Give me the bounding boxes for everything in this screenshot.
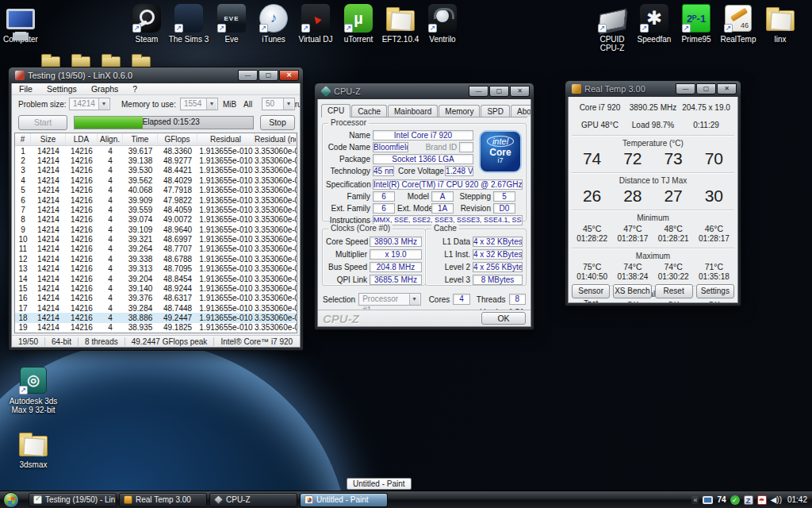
update-tray-icon[interactable]: ✓ <box>730 495 740 505</box>
desktop-icon-speedfan[interactable]: ✱↗Speedfan <box>631 3 677 44</box>
desktop-icon-steam[interactable]: ↗Steam <box>124 3 170 44</box>
tab-mainboard[interactable]: Mainboard <box>388 105 438 117</box>
desktop-icon-realtemp[interactable]: 46↗RealTemp <box>715 3 761 44</box>
zonealarm-tray-icon[interactable]: Z <box>744 495 753 505</box>
tab-cache[interactable]: Cache <box>351 105 387 117</box>
table-row[interactable]: 131421414216439.31348.70951.913655e-0103… <box>15 264 297 274</box>
menu-item-help[interactable]: ? <box>125 83 144 94</box>
avira-tray-icon[interactable]: ☂ <box>757 495 767 505</box>
taskbar: Testing (19/50) - Lin...Real Temp 3.00CP… <box>0 491 812 508</box>
taskbar-button-realtemp[interactable]: Real Temp 3.00 <box>119 493 207 507</box>
table-row[interactable]: 161421414216439.37648.63171.913655e-0103… <box>15 294 297 303</box>
table-cell: 14214 <box>31 215 66 224</box>
shortcut-arrow-icon: ↗ <box>132 24 141 33</box>
table-row[interactable]: 41421414216439.56248.40291.913655e-0103.… <box>15 175 297 185</box>
table-row[interactable]: 171421414216439.28448.74481.913655e-0103… <box>15 303 297 313</box>
menu-item-file[interactable]: File <box>12 83 40 94</box>
table-row[interactable]: 151421414216439.14048.92441.913655e-0103… <box>15 283 297 293</box>
desktop-icon-ventrilo[interactable]: ↗Ventrilo <box>419 3 465 44</box>
table-row[interactable]: 51421414216440.06847.79181.913655e-0103.… <box>15 186 297 195</box>
tray-clock[interactable]: 01:42 <box>787 495 807 504</box>
table-row[interactable]: 21421414216439.13848.92771.913655e-0103.… <box>15 156 297 165</box>
settings-button[interactable]: Settings <box>696 284 734 298</box>
table-row[interactable]: 91421414216439.10948.96401.913655e-0103.… <box>15 225 297 234</box>
taskbar-button-paint[interactable]: Untitled - Paint <box>300 493 388 507</box>
realtemp-titlebar[interactable]: Real Temp 3.00 — ▢ ✕ <box>568 81 738 97</box>
desktop-icon-autodesk-3ds-max[interactable]: ◎↗Autodesk 3ds Max 9 32-bit <box>4 365 63 414</box>
table-cell: 3.353060e-002 <box>255 147 297 156</box>
linx-titlebar[interactable]: Testing (19/50) - LinX 0.6.0 — ▢ ✕ <box>11 67 301 83</box>
problem-size-combo[interactable]: 14214 <box>69 98 110 110</box>
table-cell: 5 <box>15 186 31 194</box>
close-button[interactable]: ✕ <box>279 70 299 81</box>
table-cell: 1.913655e-010 <box>197 235 255 244</box>
menu-item-graphs[interactable]: Graphs <box>84 83 125 94</box>
table-row[interactable]: 181421414216438.88649.24471.913655e-0103… <box>15 313 297 322</box>
xs-bench-button[interactable]: XS Bench <box>613 284 651 298</box>
desktop-icon-the-sims-3[interactable]: ↗The Sims 3 <box>166 3 212 44</box>
maximize-button[interactable]: ▢ <box>489 86 509 97</box>
table-row[interactable]: 191421414216438.93549.18251.913655e-0103… <box>15 323 297 333</box>
desktop-icon-itunes[interactable]: ♪↗iTunes <box>251 3 297 44</box>
minimize-button[interactable]: — <box>676 83 695 94</box>
intel-core-i7-badge: intel Core i7 <box>479 130 522 173</box>
realtemp-tray-temp[interactable]: 74 <box>717 495 726 505</box>
start-button[interactable]: Start <box>18 115 67 130</box>
desktop-icon-computer[interactable]: Computer <box>0 3 44 44</box>
table-row[interactable]: 141421414216439.20448.84541.913655e-0103… <box>15 274 297 283</box>
desktop-icon-linx[interactable]: linx <box>757 3 803 44</box>
desktop-icon-eve[interactable]: EVE↗Eve <box>209 3 255 44</box>
display-tray-icon[interactable] <box>703 496 713 504</box>
minimize-button[interactable]: — <box>469 86 488 97</box>
eft2104-icon <box>385 3 416 33</box>
desktop-icon-cpuid-cpuz[interactable]: ↗CPUID CPU-Z <box>589 3 635 52</box>
table-row[interactable]: 11421414216439.61748.33601.913655e-0103.… <box>15 146 297 156</box>
clocks-group: Clocks (Core #0) Core Speed3890.3 MHzMul… <box>322 229 426 286</box>
maximize-button[interactable]: ▢ <box>696 83 716 94</box>
close-button[interactable]: ✕ <box>717 83 737 94</box>
value: 47°C <box>612 224 653 233</box>
desktop-icon-virtual-dj[interactable]: ▲↗Virtual DJ <box>293 3 339 44</box>
table-row[interactable]: 71421414216439.55948.40591.913655e-0103.… <box>15 205 297 214</box>
desktop-icon-prime95[interactable]: 2ᴾ-1↗Prime95 <box>673 3 719 44</box>
taskbar-button-cpuz[interactable]: CPU-Z <box>209 493 297 507</box>
minimize-button[interactable]: — <box>238 70 258 81</box>
selection-combo[interactable]: Processor #1 <box>358 293 420 306</box>
column-header: Align. <box>98 133 123 145</box>
memory-combo[interactable]: 1554 <box>180 98 218 110</box>
table-cell: 14216 <box>66 147 98 156</box>
tab-about[interactable]: About <box>511 105 531 117</box>
table-row[interactable]: 111421414216439.26448.77071.913655e-0103… <box>15 244 297 254</box>
tab-spd[interactable]: SPD <box>481 105 510 117</box>
menu-item-settings[interactable]: Settings <box>40 83 84 94</box>
memory-all[interactable]: All <box>243 100 252 109</box>
extmodel-label: Ext. Model <box>397 204 429 213</box>
table-row[interactable]: 81421414216439.07449.00721.913655e-0103.… <box>15 215 297 225</box>
sensor-test-button[interactable]: Sensor Test <box>572 284 610 298</box>
realtemp-info-row: Core i7 9203890.25 MHz204.75 x 19.0 <box>573 103 733 112</box>
start-button[interactable] <box>3 492 19 508</box>
taskbar-button-linx[interactable]: Testing (19/50) - Lin... <box>29 493 117 507</box>
desktop-icon-label: Steam <box>124 35 170 44</box>
ok-button[interactable]: OK <box>481 312 526 325</box>
desktop-icon-utorrent[interactable]: µ↗uTorrent <box>335 3 381 44</box>
table-row[interactable]: 101421414216439.32148.69971.913655e-0103… <box>15 234 297 244</box>
table-row[interactable]: 31421414216439.53048.44211.913655e-0103.… <box>15 166 297 175</box>
volume-tray-icon[interactable]: ◀)) <box>771 495 782 505</box>
desktop-icon-3dsmax[interactable]: 3dsmax <box>4 429 63 469</box>
stop-button[interactable]: Stop <box>260 115 295 130</box>
cpuz-titlebar[interactable]: CPU-Z — ▢ ✕ <box>317 83 531 99</box>
maximize-button[interactable]: ▢ <box>259 70 278 81</box>
shortcut-arrow-icon: ↗ <box>174 24 183 33</box>
tray-chevron-icon[interactable]: « <box>691 496 699 504</box>
close-button[interactable]: ✕ <box>510 86 530 97</box>
times-combo[interactable]: 50 <box>262 98 295 110</box>
reset-button[interactable]: Reset <box>655 284 693 298</box>
tab-memory[interactable]: Memory <box>439 105 480 117</box>
table-row[interactable]: 61421414216439.90947.98221.913655e-0103.… <box>15 195 297 205</box>
table-row[interactable]: 121421414216439.33848.67881.913655e-0103… <box>15 254 297 264</box>
desktop-icon-eft2104[interactable]: EFT2.10.4 <box>377 3 423 44</box>
cpuz-app-icon <box>320 86 331 97</box>
tab-cpu[interactable]: CPU <box>321 104 350 117</box>
table-cell: 4 <box>15 176 31 185</box>
